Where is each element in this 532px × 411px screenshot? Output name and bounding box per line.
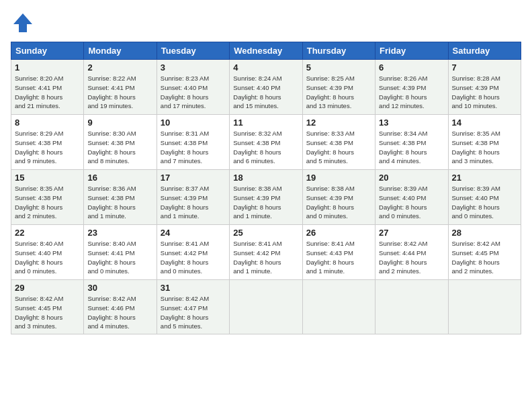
calendar-cell: 11Sunrise: 8:32 AMSunset: 4:38 PMDayligh… [230, 115, 302, 170]
day-info: Sunrise: 8:39 AMSunset: 4:40 PMDaylight:… [379, 184, 444, 221]
day-info: Sunrise: 8:20 AMSunset: 4:41 PMDaylight:… [15, 74, 80, 111]
header [11, 11, 521, 35]
weekday-friday: Friday [375, 42, 448, 60]
weekday-sunday: Sunday [11, 42, 84, 60]
calendar-cell: 7Sunrise: 8:28 AMSunset: 4:39 PMDaylight… [448, 60, 521, 115]
calendar-cell: 22Sunrise: 8:40 AMSunset: 4:40 PMDayligh… [11, 225, 84, 280]
day-number: 20 [379, 173, 444, 183]
day-info: Sunrise: 8:31 AMSunset: 4:38 PMDaylight:… [161, 129, 226, 166]
day-number: 26 [306, 228, 371, 238]
day-number: 4 [233, 62, 298, 73]
day-number: 30 [87, 283, 152, 293]
day-info: Sunrise: 8:36 AMSunset: 4:38 PMDaylight:… [87, 184, 152, 221]
day-number: 23 [87, 228, 152, 238]
calendar-cell: 2Sunrise: 8:22 AMSunset: 4:41 PMDaylight… [84, 60, 157, 115]
calendar-cell: 12Sunrise: 8:33 AMSunset: 4:38 PMDayligh… [302, 115, 375, 170]
day-number: 16 [87, 173, 152, 183]
day-info: Sunrise: 8:32 AMSunset: 4:38 PMDaylight:… [233, 129, 298, 166]
calendar-body: 1Sunrise: 8:20 AMSunset: 4:41 PMDaylight… [11, 60, 521, 334]
calendar-cell: 25Sunrise: 8:41 AMSunset: 4:42 PMDayligh… [230, 225, 302, 280]
day-info: Sunrise: 8:42 AMSunset: 4:45 PMDaylight:… [15, 294, 80, 331]
day-info: Sunrise: 8:37 AMSunset: 4:39 PMDaylight:… [161, 184, 226, 221]
calendar-cell: 26Sunrise: 8:41 AMSunset: 4:43 PMDayligh… [302, 225, 375, 280]
calendar-cell: 10Sunrise: 8:31 AMSunset: 4:38 PMDayligh… [157, 115, 229, 170]
calendar-cell: 3Sunrise: 8:23 AMSunset: 4:40 PMDaylight… [157, 60, 229, 115]
calendar-cell [375, 280, 448, 334]
week-row-1: 1Sunrise: 8:20 AMSunset: 4:41 PMDaylight… [11, 60, 521, 115]
calendar-cell: 14Sunrise: 8:35 AMSunset: 4:38 PMDayligh… [448, 115, 521, 170]
day-number: 9 [87, 118, 152, 128]
logo-icon [11, 11, 35, 35]
week-row-5: 29Sunrise: 8:42 AMSunset: 4:45 PMDayligh… [11, 280, 521, 334]
day-info: Sunrise: 8:33 AMSunset: 4:38 PMDaylight:… [306, 129, 371, 166]
day-number: 3 [161, 62, 226, 73]
day-info: Sunrise: 8:41 AMSunset: 4:42 PMDaylight:… [161, 239, 226, 276]
day-info: Sunrise: 8:26 AMSunset: 4:39 PMDaylight:… [379, 74, 444, 111]
week-row-2: 8Sunrise: 8:29 AMSunset: 4:38 PMDaylight… [11, 115, 521, 170]
day-info: Sunrise: 8:34 AMSunset: 4:38 PMDaylight:… [379, 129, 444, 166]
day-number: 19 [306, 173, 371, 183]
calendar-cell: 21Sunrise: 8:39 AMSunset: 4:40 PMDayligh… [448, 170, 521, 225]
day-number: 18 [233, 173, 298, 183]
day-info: Sunrise: 8:30 AMSunset: 4:38 PMDaylight:… [87, 129, 152, 166]
day-number: 14 [452, 118, 517, 128]
page: SundayMondayTuesdayWednesdayThursdayFrid… [0, 0, 532, 411]
day-number: 27 [379, 228, 444, 238]
day-info: Sunrise: 8:29 AMSunset: 4:38 PMDaylight:… [15, 129, 80, 166]
day-info: Sunrise: 8:39 AMSunset: 4:40 PMDaylight:… [452, 184, 517, 221]
day-number: 25 [233, 228, 298, 238]
day-number: 15 [15, 173, 80, 183]
calendar-cell: 27Sunrise: 8:42 AMSunset: 4:44 PMDayligh… [375, 225, 448, 280]
day-number: 1 [15, 62, 80, 73]
calendar-cell: 13Sunrise: 8:34 AMSunset: 4:38 PMDayligh… [375, 115, 448, 170]
calendar-cell: 19Sunrise: 8:38 AMSunset: 4:39 PMDayligh… [302, 170, 375, 225]
day-info: Sunrise: 8:41 AMSunset: 4:43 PMDaylight:… [306, 239, 371, 276]
day-number: 31 [161, 283, 226, 293]
calendar-cell: 29Sunrise: 8:42 AMSunset: 4:45 PMDayligh… [11, 280, 84, 334]
week-row-4: 22Sunrise: 8:40 AMSunset: 4:40 PMDayligh… [11, 225, 521, 280]
day-info: Sunrise: 8:25 AMSunset: 4:39 PMDaylight:… [306, 74, 371, 111]
day-number: 7 [452, 62, 517, 73]
day-number: 2 [87, 62, 152, 73]
day-number: 28 [452, 228, 517, 238]
day-info: Sunrise: 8:42 AMSunset: 4:45 PMDaylight:… [452, 239, 517, 276]
day-number: 12 [306, 118, 371, 128]
weekday-monday: Monday [84, 42, 157, 60]
calendar-cell: 15Sunrise: 8:35 AMSunset: 4:38 PMDayligh… [11, 170, 84, 225]
day-number: 5 [306, 62, 371, 73]
calendar-cell: 17Sunrise: 8:37 AMSunset: 4:39 PMDayligh… [157, 170, 229, 225]
calendar-cell: 6Sunrise: 8:26 AMSunset: 4:39 PMDaylight… [375, 60, 448, 115]
day-number: 21 [452, 173, 517, 183]
day-number: 8 [15, 118, 80, 128]
day-number: 17 [161, 173, 226, 183]
calendar-cell: 20Sunrise: 8:39 AMSunset: 4:40 PMDayligh… [375, 170, 448, 225]
weekday-header-row: SundayMondayTuesdayWednesdayThursdayFrid… [11, 42, 521, 60]
weekday-tuesday: Tuesday [157, 42, 229, 60]
day-number: 29 [15, 283, 80, 293]
calendar-cell: 1Sunrise: 8:20 AMSunset: 4:41 PMDaylight… [11, 60, 84, 115]
day-number: 24 [161, 228, 226, 238]
calendar-cell: 5Sunrise: 8:25 AMSunset: 4:39 PMDaylight… [302, 60, 375, 115]
calendar-cell: 4Sunrise: 8:24 AMSunset: 4:40 PMDaylight… [230, 60, 302, 115]
day-info: Sunrise: 8:41 AMSunset: 4:42 PMDaylight:… [233, 239, 298, 276]
calendar-cell [230, 280, 302, 334]
calendar-cell [302, 280, 375, 334]
day-number: 11 [233, 118, 298, 128]
weekday-wednesday: Wednesday [230, 42, 302, 60]
day-info: Sunrise: 8:23 AMSunset: 4:40 PMDaylight:… [161, 74, 226, 111]
week-row-3: 15Sunrise: 8:35 AMSunset: 4:38 PMDayligh… [11, 170, 521, 225]
calendar-cell: 30Sunrise: 8:42 AMSunset: 4:46 PMDayligh… [84, 280, 157, 334]
weekday-thursday: Thursday [302, 42, 375, 60]
day-number: 13 [379, 118, 444, 128]
calendar-cell: 18Sunrise: 8:38 AMSunset: 4:39 PMDayligh… [230, 170, 302, 225]
weekday-saturday: Saturday [448, 42, 521, 60]
calendar-cell [448, 280, 521, 334]
calendar-cell: 16Sunrise: 8:36 AMSunset: 4:38 PMDayligh… [84, 170, 157, 225]
calendar-cell: 8Sunrise: 8:29 AMSunset: 4:38 PMDaylight… [11, 115, 84, 170]
calendar-cell: 28Sunrise: 8:42 AMSunset: 4:45 PMDayligh… [448, 225, 521, 280]
day-info: Sunrise: 8:42 AMSunset: 4:44 PMDaylight:… [379, 239, 444, 276]
calendar-cell: 31Sunrise: 8:42 AMSunset: 4:47 PMDayligh… [157, 280, 229, 334]
day-info: Sunrise: 8:22 AMSunset: 4:41 PMDaylight:… [87, 74, 152, 111]
day-info: Sunrise: 8:42 AMSunset: 4:47 PMDaylight:… [161, 294, 226, 331]
day-info: Sunrise: 8:38 AMSunset: 4:39 PMDaylight:… [233, 184, 298, 221]
